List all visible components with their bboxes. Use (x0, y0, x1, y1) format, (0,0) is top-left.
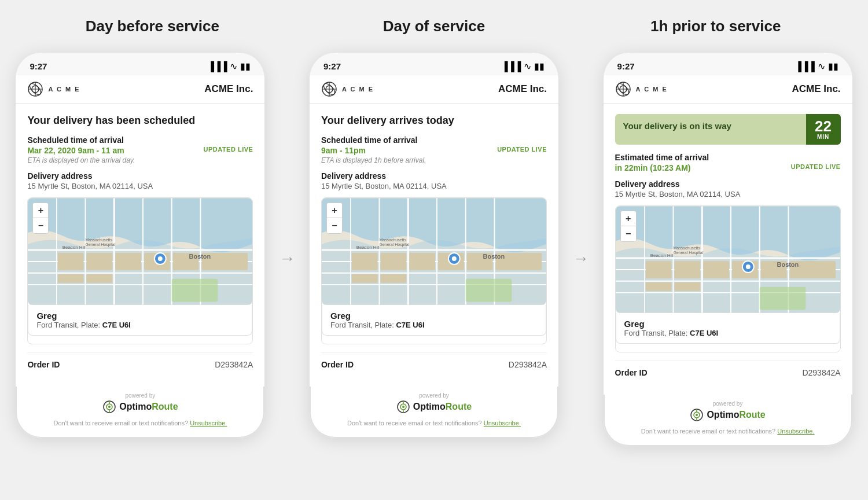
section-title-2: Day of service (295, 17, 573, 35)
map-zoom-in-1[interactable]: + (33, 203, 48, 218)
updated-live-1: UPDATED LIVE (204, 146, 253, 153)
unsubscribe-link-1[interactable]: Unsubscribe. (190, 420, 227, 427)
svg-rect-88 (645, 261, 671, 278)
delivery-label-2: Delivery address (321, 171, 547, 181)
banner-text: Your delivery is on its way (615, 114, 806, 145)
optimo-logo-icon-3 (690, 408, 704, 422)
svg-text:Beacon Hill: Beacon Hill (62, 245, 86, 250)
map-wrapper-2: Boston Beacon Hill Massachusetts General… (321, 197, 547, 344)
eta-note-1: ETA is displayed on the arrival day. (27, 156, 253, 164)
powered-by-1: powered by OptimoRoute (102, 392, 178, 414)
svg-text:General Hospital: General Hospital (86, 242, 116, 247)
delivery-banner: Your delivery is on its way 22 MIN (615, 114, 841, 145)
map-zoom-in-2[interactable]: + (327, 203, 342, 218)
order-id-1: D293842A (215, 360, 253, 369)
unsubscribe-text-2: Don't want to receive email or text noti… (347, 420, 521, 427)
delivery-address-1: 15 Myrtle St, Boston, MA 02114, USA (27, 182, 253, 190)
unsubscribe-link-2[interactable]: Unsubscribe. (484, 420, 521, 427)
company-name-1: ACME Inc. (204, 83, 253, 95)
phone-footer-1: powered by OptimoRoute Don't want to (16, 387, 264, 438)
optimo-logo-icon-1 (102, 400, 116, 414)
scheduled-date-1: Mar 22, 2020 9am - 11 am (27, 146, 124, 155)
svg-text:Massachusetts: Massachusetts (673, 246, 700, 250)
map-zoom-out-3[interactable]: − (621, 226, 636, 241)
optimo-logo-name-2: OptimoRoute (413, 402, 472, 412)
map-controls-3[interactable]: + − (620, 211, 637, 242)
status-time-3: 9:27 (617, 61, 635, 71)
main-title-1: Your delivery has been scheduled (27, 114, 253, 127)
phone-footer-3: powered by OptimoRoute Don't want to (604, 395, 852, 446)
phone-day-of: 9:27 ▐▐▐ ∿ ▮▮ A C M E (310, 53, 558, 438)
driver-plate-1: C7E U6I (102, 321, 131, 329)
delivery-address-3: 15 Myrtle St, Boston, MA 02114, USA (615, 190, 841, 198)
powered-by-3: powered by OptimoRoute (690, 400, 765, 422)
svg-point-107 (696, 414, 698, 416)
company-name-3: ACME Inc. (792, 83, 841, 95)
map-zoom-in-3[interactable]: + (621, 211, 636, 226)
svg-text:Massachusetts: Massachusetts (86, 238, 113, 242)
brand-left-2: A C M E (321, 81, 374, 97)
status-icons-2: ▐▐▐ ∿ ▮▮ (501, 61, 545, 72)
content-2: Your delivery arrives today Scheduled ti… (310, 104, 558, 387)
map-zoom-out-2[interactable]: − (327, 218, 342, 233)
map-controls-1[interactable]: + − (32, 203, 49, 234)
wifi-icon-2: ∿ (524, 61, 531, 72)
section-title-3: 1h prior to service (576, 17, 855, 35)
updated-live-3: UPDATED LIVE (791, 163, 841, 170)
page-header: Day before service Day of service 1h pri… (12, 17, 856, 35)
svg-rect-89 (674, 261, 700, 278)
powered-by-text-3: powered by (713, 400, 743, 407)
arrow-1: → (279, 53, 295, 268)
svg-point-66 (452, 256, 457, 261)
scheduled-row-3: in 22min (10:23 AM) UPDATED LIVE (615, 163, 841, 172)
powered-by-text-1: powered by (126, 392, 156, 399)
driver-vehicle-text-2: Ford Transit, Plate: (330, 321, 396, 329)
phone-day-before: 9:27 ▐▐▐ ∿ ▮▮ A C M E (16, 53, 264, 438)
map-section-3: Boston Beacon Hill Massachusetts General… (615, 205, 841, 352)
map-controls-2[interactable]: + − (326, 203, 343, 234)
acme-logo-1 (27, 81, 43, 97)
driver-vehicle-text-1: Ford Transit, Plate: (36, 321, 102, 329)
map-wrapper-3: Boston Beacon Hill Massachusetts General… (615, 205, 841, 352)
svg-rect-56 (352, 274, 378, 283)
delivery-label-3: Delivery address (615, 179, 841, 189)
map-1: Boston Beacon Hill Massachusetts General… (28, 198, 252, 305)
scheduled-label-2: Scheduled time of arrival (321, 135, 547, 145)
signal-icon-1: ▐▐▐ (207, 61, 227, 72)
driver-vehicle-2: Ford Transit, Plate: C7E U6I (330, 321, 538, 329)
driver-vehicle-1: Ford Transit, Plate: C7E U6I (36, 321, 244, 329)
order-id-2: D293842A (509, 360, 547, 369)
company-name-2: ACME Inc. (498, 83, 547, 95)
phone-1h-prior: 9:27 ▐▐▐ ∿ ▮▮ A C M E (604, 53, 852, 446)
main-title-2: Your delivery arrives today (321, 114, 547, 127)
map-section-1: Boston Beacon Hill Massachusetts General… (27, 197, 253, 344)
acme-logo-3 (615, 81, 631, 97)
optimo-logo-name-3: OptimoRoute (707, 410, 765, 420)
phone-footer-2: powered by OptimoRoute Don't want to (310, 387, 558, 438)
driver-plate-3: C7E U6I (690, 329, 718, 337)
svg-text:Boston: Boston (483, 253, 505, 260)
brand-left-1: A C M E (27, 81, 80, 97)
map-2: Boston Beacon Hill Massachusetts General… (322, 198, 546, 305)
powered-by-2: powered by OptimoRoute (396, 392, 472, 414)
unsubscribe-link-3[interactable]: Unsubscribe. (777, 428, 814, 435)
section-title-1: Day before service (13, 17, 292, 35)
map-zoom-out-1[interactable]: − (33, 218, 48, 233)
brand-name-2: A C M E (342, 86, 374, 93)
banner-min: 22 MIN (806, 114, 841, 145)
svg-rect-54 (409, 253, 435, 270)
eta-note-2: ETA is displayed 1h before arrival. (321, 156, 547, 164)
svg-text:General Hospital: General Hospital (379, 242, 409, 247)
svg-text:Massachusetts: Massachusetts (379, 238, 406, 242)
status-time-1: 9:27 (30, 61, 47, 71)
driver-card-1: Greg Ford Transit, Plate: C7E U6I (28, 305, 252, 336)
status-icons-1: ▐▐▐ ∿ ▮▮ (207, 61, 251, 72)
driver-name-2: Greg (330, 311, 538, 321)
wifi-icon-3: ∿ (818, 61, 825, 72)
svg-rect-60 (466, 279, 512, 302)
map-section-2: Boston Beacon Hill Massachusetts General… (321, 197, 547, 344)
acme-logo-2 (321, 81, 337, 97)
order-label-1: Order ID (27, 360, 60, 369)
order-id-3: D293842A (802, 368, 840, 377)
optimo-logo-1: OptimoRoute (102, 400, 178, 414)
